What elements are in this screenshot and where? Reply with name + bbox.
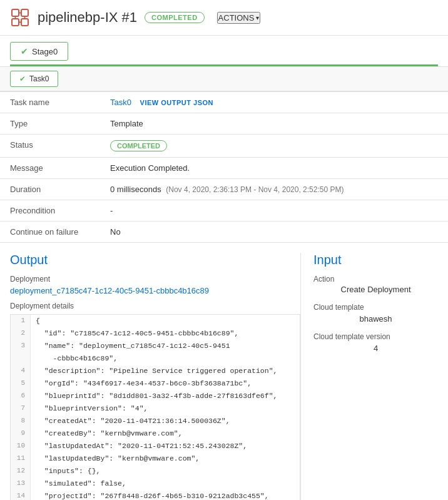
cloud-template-label: Cloud template [313,303,438,312]
code-line: 5 "orgId": "434f6917-4e34-4537-b6c0-3bf3… [11,377,300,390]
message-row: Message Execution Completed. [0,158,448,179]
code-block: 1{ 2 "id": "c7185c47-1c12-40c5-9451-cbbb… [10,314,300,500]
line-content: "inputs": {}, [31,465,300,477]
output-title: Output [10,253,300,267]
task-name-row: Task name Task0 VIEW OUTPUT JSON [0,92,448,113]
task-name-link[interactable]: Task0 [110,98,131,107]
line-content: "createdBy": "kernb@vmware.com", [31,427,300,440]
header-completed-badge: COMPLETED [145,12,205,23]
line-content: "orgId": "434f6917-4e34-4537-b6c0-3bf363… [31,377,300,390]
line-number: 1 [11,315,31,327]
deployment-details-label: Deployment details [10,302,300,310]
code-line: 11 "lastUpdatedBy": "kernb@vmware.com", [11,452,300,465]
cloud-template-version-label: Cloud template version [313,332,438,341]
precondition-value: - [100,200,448,222]
line-number: 8 [11,415,31,427]
line-content: "blueprintId": "8d1dd801-3a32-4f3b-adde-… [31,390,300,402]
line-content: "blueprintVersion": "4", [31,402,300,415]
line-content: "projectId": "267f8448-d26f-4b65-b310-92… [31,490,300,500]
task0-check-icon: ✔ [19,74,26,83]
duration-row: Duration 0 milliseconds (Nov 4, 2020, 2:… [0,179,448,200]
line-number: 5 [11,377,31,390]
output-panel: Output Deployment deployment_c7185c47-1c… [10,253,300,500]
code-line: 6 "blueprintId": "8d1dd801-3a32-4f3b-add… [11,390,300,402]
type-value: Template [100,113,448,135]
page-title: pipelinebp-IX #1 [38,9,137,26]
output-input-section: Output Deployment deployment_c7185c47-1c… [0,243,448,500]
details-table: Task name Task0 VIEW OUTPUT JSON Type Te… [0,91,448,243]
code-line: 3 "name": "deployment_c7185c47-1c12-40c5… [11,340,300,352]
task0-tab[interactable]: ✔ Task0 [10,71,58,87]
line-number: 10 [11,440,31,452]
stage0-check-icon: ✔ [21,46,28,56]
precondition-label: Precondition [0,200,100,222]
deployment-link[interactable]: deployment_c7185c47-1c12-40c5-9451-cbbbc… [10,286,300,295]
line-number: 2 [11,327,31,340]
code-line: 14 "projectId": "267f8448-d26f-4b65-b310… [11,490,300,500]
action-label: Action [313,275,438,283]
pipeline-icon [10,8,30,28]
cloud-template-value: bhawesh [313,314,438,324]
view-json-link[interactable]: VIEW OUTPUT JSON [140,99,213,106]
svg-rect-1 [21,9,28,16]
continue-failure-row: Continue on failure No [0,222,448,243]
svg-rect-0 [12,9,19,16]
type-row: Type Template [0,113,448,135]
type-label: Type [0,113,100,135]
actions-button[interactable]: ACTIONS ▾ [217,12,261,24]
line-number: 13 [11,477,31,490]
code-line: 8 "createdAt": "2020-11-04T21:36:14.5000… [11,415,300,427]
duration-sub: (Nov 4, 2020, 2:36:13 PM - Nov 4, 2020, … [166,185,344,194]
continue-failure-value: No [100,222,448,243]
code-line: 9 "createdBy": "kernb@vmware.com", [11,427,300,440]
chevron-down-icon: ▾ [256,14,259,21]
line-content: "lastUpdatedBy": "kernb@vmware.com", [31,452,300,465]
line-number: 4 [11,365,31,377]
line-number: 3 [11,340,31,352]
svg-rect-2 [12,19,19,26]
continue-failure-label: Continue on failure [0,222,100,243]
line-content: "id": "c7185c47-1c12-40c5-9451-cbbbc4b16… [31,327,300,340]
line-number: 6 [11,390,31,402]
input-title: Input [313,253,438,267]
code-line: 1{ [11,315,300,327]
line-content: "name": "deployment_c7185c47-1c12-40c5-9… [31,340,300,352]
message-label: Message [0,158,100,179]
duration-label: Duration [0,179,100,200]
duration-main: 0 milliseconds [110,185,161,194]
code-line: 10 "lastUpdatedAt": "2020-11-04T21:52:45… [11,440,300,452]
svg-rect-3 [21,19,28,26]
stage0-tab[interactable]: ✔ Stage0 [10,42,68,61]
code-line: 4 "description": "Pipeline Service trigg… [11,365,300,377]
deployment-label: Deployment [10,275,300,283]
line-number: 11 [11,452,31,465]
stage0-label: Stage0 [32,47,58,56]
line-number: 9 [11,427,31,440]
code-line: 2 "id": "c7185c47-1c12-40c5-9451-cbbbc4b… [11,327,300,340]
status-row: Status COMPLETED [0,135,448,158]
line-content: "simulated": false, [31,477,300,490]
line-content: -cbbbc4b16c89", [31,352,300,365]
line-number [11,352,31,365]
line-content: "lastUpdatedAt": "2020-11-04T21:52:45.24… [31,440,300,452]
stage0-active-bar [10,64,438,66]
task-tabs: ✔ Task0 [0,67,448,91]
message-value: Execution Completed. [100,158,448,179]
line-content: "description": "Pipeline Service trigger… [31,365,300,377]
line-content: { [31,315,300,327]
input-panel: Input Action Create Deployment Cloud tem… [300,253,438,500]
stage-tabs: ✔ Stage0 [0,36,448,67]
status-label: Status [0,135,100,158]
status-badge: COMPLETED [110,140,167,151]
line-number: 7 [11,402,31,415]
code-line: 7 "blueprintVersion": "4", [11,402,300,415]
line-number: 14 [11,490,31,500]
page-header: pipelinebp-IX #1 COMPLETED ACTIONS ▾ [0,0,448,36]
cloud-template-version-value: 4 [313,344,438,353]
code-line: 13 "simulated": false, [11,477,300,490]
line-number: 12 [11,465,31,477]
code-line: -cbbbc4b16c89", [11,352,300,365]
precondition-row: Precondition - [0,200,448,222]
code-line: 12 "inputs": {}, [11,465,300,477]
task0-label: Task0 [29,74,49,83]
